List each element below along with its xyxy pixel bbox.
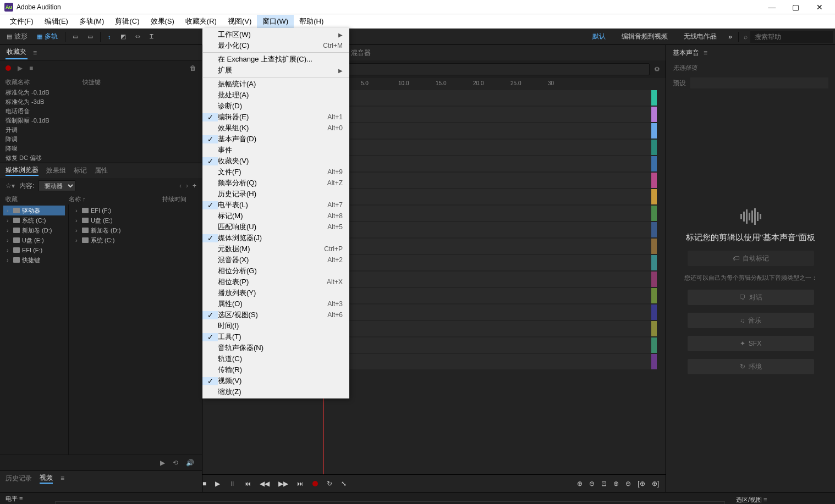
window-menu-dropdown[interactable]: 工作区(W)▶最小化(C)Ctrl+M在 Exchange 上查找扩展(C)..… xyxy=(202,28,349,398)
zoom-sel-out-icon[interactable]: ⊕] xyxy=(652,480,659,488)
zoom-out-icon[interactable]: ⊖ xyxy=(589,480,595,488)
tree-node[interactable]: › 系统 (C:) xyxy=(72,235,199,245)
preset-dropdown[interactable] xyxy=(690,77,828,88)
menu-item[interactable]: 效果组(K)Alt+0 xyxy=(202,123,349,134)
menu-item[interactable]: 文件(F)Alt+9 xyxy=(202,167,349,178)
preview-auto-button[interactable]: 🔊 xyxy=(186,459,194,467)
menu-效果(S)[interactable]: 效果(S) xyxy=(145,15,180,28)
menu-item[interactable]: 轨道(C) xyxy=(202,353,349,364)
back-button[interactable]: ‹ xyxy=(179,182,182,190)
delete-favorite-button[interactable]: 🗑 xyxy=(190,64,196,72)
col-shortcut[interactable]: 快捷键 xyxy=(83,78,101,86)
menu-收藏夹(R)[interactable]: 收藏夹(R) xyxy=(180,15,222,28)
goto-start-button[interactable]: ⏮ xyxy=(244,480,251,488)
menu-item[interactable]: ✓视频(V) xyxy=(202,375,349,386)
menu-item[interactable]: ✓选区/视图(S)Alt+6 xyxy=(202,309,349,320)
favorites-tab[interactable]: 收藏夹 xyxy=(6,46,28,59)
panel-menu-icon[interactable]: ≡ xyxy=(61,474,64,482)
zoom-fit-icon[interactable]: ⊡ xyxy=(601,480,607,488)
multitrack-mode-button[interactable]: ▦多轨 xyxy=(32,30,62,43)
menu-剪辑(C)[interactable]: 剪辑(C) xyxy=(109,15,145,28)
hud-toggle[interactable]: ▭ xyxy=(68,31,83,42)
favorite-item[interactable]: 修复 DC 偏移 xyxy=(0,153,202,163)
menu-item[interactable]: 工作区(W)▶ xyxy=(202,29,349,40)
favorite-item[interactable]: 升调 xyxy=(0,125,202,135)
panel-menu-icon[interactable]: ≡ xyxy=(704,49,707,57)
menu-item[interactable]: 混音器(X)Alt+2 xyxy=(202,254,349,265)
favorite-item[interactable]: 降调 xyxy=(0,135,202,144)
close-button[interactable]: ✕ xyxy=(809,1,831,14)
menu-item[interactable]: ✓工具(T) xyxy=(202,331,349,342)
tree-node[interactable]: › 系统 (C:) xyxy=(3,215,65,225)
zoom-in-icon[interactable]: ⊕ xyxy=(577,480,583,488)
workspace-radio[interactable]: 无线电作品 xyxy=(676,32,724,41)
menu-item[interactable]: 最小化(C)Ctrl+M xyxy=(202,40,349,51)
help-search-input[interactable] xyxy=(750,31,833,43)
menu-item[interactable]: ✓收藏夹(V) xyxy=(202,156,349,167)
menu-item[interactable]: ✓电平表(L)Alt+7 xyxy=(202,200,349,211)
menu-item[interactable]: 相位分析(G) xyxy=(202,265,349,276)
settings-icon[interactable]: ⚙ xyxy=(654,65,660,73)
menu-item[interactable]: 匹配响度(U)Alt+5 xyxy=(202,221,349,232)
tab-video[interactable]: 视频 xyxy=(40,473,53,484)
menu-item[interactable]: 事件 xyxy=(202,145,349,156)
menu-item[interactable]: 音轨声像器(N) xyxy=(202,342,349,353)
rewind-button[interactable]: ◀◀ xyxy=(260,480,270,488)
menu-多轨(M)[interactable]: 多轨(M) xyxy=(74,15,110,28)
menu-item[interactable]: 诊断(D) xyxy=(202,101,349,112)
type-ambience-button[interactable]: ↻环境 xyxy=(688,359,814,374)
col-fav[interactable]: 收藏 xyxy=(6,195,69,203)
col-duration[interactable]: 持续时间 xyxy=(162,195,186,203)
menu-帮助(H)[interactable]: 帮助(H) xyxy=(294,15,329,28)
col-name[interactable]: 名称 ↑ xyxy=(69,195,162,203)
menu-item[interactable]: 元数据(M)Ctrl+P xyxy=(202,243,349,254)
move-tool[interactable]: ↕ xyxy=(103,31,116,42)
fastfwd-button[interactable]: ▶▶ xyxy=(278,480,288,488)
loop-button[interactable]: ↻ xyxy=(327,480,332,488)
razor-tool[interactable]: ◩ xyxy=(116,31,130,42)
tree-node[interactable]: › EFI (F:) xyxy=(72,206,199,215)
record-button[interactable] xyxy=(312,481,318,486)
spectral-toggle[interactable]: ▭ xyxy=(83,31,97,42)
tree-node[interactable]: › 新加卷 (D:) xyxy=(3,225,65,235)
tree-node[interactable]: › U盘 (E:) xyxy=(72,215,199,225)
add-button[interactable]: + xyxy=(193,182,196,190)
tree-node[interactable]: › EFI (F:) xyxy=(3,245,65,255)
zoom-sel-in-icon[interactable]: [⊕ xyxy=(638,480,645,488)
workspace-more[interactable]: » xyxy=(725,33,735,41)
menu-视图(V)[interactable]: 视图(V) xyxy=(222,15,257,28)
maximize-button[interactable]: ▢ xyxy=(785,1,807,14)
favorite-item[interactable]: 电话语音 xyxy=(0,107,202,116)
minimize-button[interactable]: — xyxy=(761,1,783,14)
stop-favorite-button[interactable]: ■ xyxy=(29,64,33,72)
menu-item[interactable]: 传输(R) xyxy=(202,364,349,375)
menu-item[interactable]: ✓编辑器(E)Alt+1 xyxy=(202,112,349,123)
menu-item[interactable]: 扩展▶ xyxy=(202,65,349,76)
record-favorite-button[interactable] xyxy=(6,65,11,71)
zoom-in-v-icon[interactable]: ⊕ xyxy=(613,480,619,488)
menu-item[interactable]: 批处理(A) xyxy=(202,90,349,101)
tree-node[interactable]: › 驱动器 xyxy=(3,206,65,215)
tree-node[interactable]: › U盘 (E:) xyxy=(3,235,65,245)
menu-item[interactable]: 时间(I) xyxy=(202,320,349,331)
preview-loop-button[interactable]: ⟲ xyxy=(173,459,178,467)
goto-end-button[interactable]: ⏭ xyxy=(297,480,304,488)
panel-menu-icon[interactable]: ≡ xyxy=(33,49,37,57)
menu-item[interactable]: ✓基本声音(D) xyxy=(202,134,349,145)
col-name[interactable]: 收藏名称 xyxy=(6,78,83,86)
menu-item[interactable]: 相位表(P)Alt+X xyxy=(202,276,349,287)
zoom-out-v-icon[interactable]: ⊖ xyxy=(625,480,631,488)
stop-button[interactable]: ■ xyxy=(202,480,206,488)
favorite-item[interactable]: 降噪 xyxy=(0,144,202,153)
play-favorite-button[interactable]: ▶ xyxy=(18,64,23,72)
time-tool[interactable]: Ꮖ xyxy=(145,31,158,42)
tab-mixer[interactable]: 混音器 xyxy=(351,48,371,58)
pause-button[interactable]: ⏸ xyxy=(229,480,235,488)
preview-play-button[interactable]: ▶ xyxy=(160,459,165,467)
menu-文件(F)[interactable]: 文件(F) xyxy=(4,15,39,28)
tab-markers[interactable]: 标记 xyxy=(74,166,87,175)
fwd-button[interactable]: › xyxy=(186,182,188,190)
menu-item[interactable]: 属性(O)Alt+3 xyxy=(202,298,349,309)
skip-button[interactable]: ⤡ xyxy=(341,480,347,488)
menu-item[interactable]: 播放列表(Y) xyxy=(202,287,349,298)
